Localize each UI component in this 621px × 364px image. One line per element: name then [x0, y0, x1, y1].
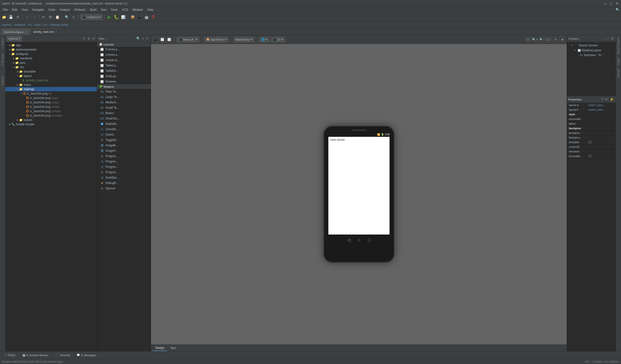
tree-item-drawable[interactable]: ▶ 📁 drawable: [5, 69, 97, 74]
tree-item-ic-hdpi[interactable]: 🖼 ic_launcher.png (hdpi): [5, 96, 97, 100]
tab-activity-main-xml[interactable]: activity_main.xml ✕: [30, 29, 60, 35]
palette-item-togglebutton[interactable]: ⊞ ToggleB...: [97, 137, 151, 143]
breadcrumb-main[interactable]: main: [35, 23, 41, 26]
menu-window[interactable]: Window: [130, 8, 145, 12]
tree-settings-icon[interactable]: ⚙: [87, 36, 91, 41]
properties-help-icon[interactable]: ?: [601, 97, 604, 102]
viewport-screen-btn[interactable]: 📱: [153, 37, 158, 43]
palette-item-button[interactable]: OK Button: [97, 111, 151, 116]
tree-sync-icon[interactable]: ⟳: [82, 36, 86, 41]
palette-item-progressbar3[interactable]: ⊟ Progres...: [97, 164, 151, 170]
side-label-maven[interactable]: Maven Projects: [617, 35, 620, 56]
tree-close-icon[interactable]: ✕: [92, 36, 95, 41]
tab-xml-close[interactable]: ✕: [55, 31, 57, 33]
prop-row-layout-width[interactable]: layout:w match_pare...: [567, 103, 616, 108]
palette-item-smalltext[interactable]: Ab Small Te...: [97, 105, 151, 111]
tab-mainactivity-close[interactable]: ✕: [25, 31, 27, 33]
component-textview[interactable]: Ab TextView - "H...": [567, 53, 616, 58]
tree-item-layout[interactable]: ▼ 📁 layout: [5, 74, 97, 78]
prop-row-background[interactable]: backgrou: [567, 126, 616, 131]
phone-back-btn[interactable]: ◁: [347, 237, 351, 243]
menu-run[interactable]: Run: [99, 8, 108, 12]
properties-undo-icon[interactable]: ↩: [604, 97, 608, 102]
android-selector[interactable]: Android ▾: [7, 36, 22, 42]
side-label-android[interactable]: Android: [617, 67, 620, 79]
zoom-out-btn[interactable]: 🔍-: [539, 37, 545, 43]
palette-item-progressbar4[interactable]: ⊟ Progres...: [97, 170, 151, 175]
design-tab-text[interactable]: Text: [167, 346, 179, 351]
palette-item-largetext[interactable]: Ab Large Te...: [97, 94, 151, 100]
palette-item-imageview[interactable]: 🖼 ImageV...: [97, 148, 151, 153]
api-selector[interactable]: 📱 21 ▾: [271, 37, 285, 43]
menu-file[interactable]: File: [1, 8, 10, 12]
bottom-tab-terminal[interactable]: ⬛ Terminal: [53, 352, 72, 358]
focusable-checkbox[interactable]: [588, 155, 591, 158]
palette-item-framelayout[interactable]: ⬜ FrameLa...: [97, 47, 151, 52]
tree-item-menu[interactable]: ▶ 📁 menu: [5, 83, 97, 87]
prop-row-layout-height[interactable]: layout:h match_pare...: [567, 108, 616, 112]
menu-edit[interactable]: Edit: [10, 8, 19, 12]
settings-btn[interactable]: 🤖: [143, 14, 149, 20]
menu-build[interactable]: Build: [88, 8, 99, 12]
avd-manager-btn[interactable]: 📱: [137, 14, 142, 20]
profile-btn[interactable]: 📊: [120, 14, 126, 20]
prop-row-elevation[interactable]: elevation: [567, 149, 616, 154]
paste-btn[interactable]: 📋: [54, 14, 60, 20]
breadcrumb-xiaomi2[interactable]: xiaomi2: [2, 23, 11, 26]
fit-window-btn[interactable]: ⊡: [525, 37, 531, 43]
bottom-tab-messages[interactable]: 💬 0: Messages: [74, 352, 99, 358]
menu-navigate[interactable]: Navigate: [30, 8, 46, 12]
breadcrumb-src[interactable]: src: [28, 23, 32, 26]
palette-search-icon[interactable]: 🔍: [136, 36, 141, 41]
clickable-checkbox[interactable]: [588, 141, 591, 144]
tree-item-xmllayout[interactable]: ▼ 📁 xmllayout: [5, 52, 97, 56]
viewport-landscape-btn[interactable]: ⬜: [166, 37, 172, 43]
tree-item-java[interactable]: ▶ 📁 java: [5, 61, 97, 65]
side-label-gradle[interactable]: Gradle: [617, 56, 620, 67]
tree-item-ic-xxhdpi[interactable]: 🖼 ic_launcher.png (xxhdpi): [5, 109, 97, 113]
palette-item-relativelayout[interactable]: ⬜ Relative: [97, 79, 151, 84]
device-selector[interactable]: 📱 Nexus 4 - ▾: [177, 37, 199, 43]
tree-item-gradle[interactable]: ▶ 🔧 Gradle Scripts: [5, 122, 97, 127]
prop-row-background2[interactable]: backgrou: [567, 131, 616, 135]
palette-item-tablerow[interactable]: ⬜ TableRo...: [97, 68, 151, 74]
menu-tools[interactable]: Tools: [109, 8, 120, 12]
sdk-manager-btn[interactable]: 📦: [130, 14, 136, 20]
phone-screen[interactable]: Hello World!: [328, 137, 390, 235]
cut-btn[interactable]: ✂: [41, 14, 47, 20]
tree-item-mipmap[interactable]: ▼ 📁 mipmap: [5, 87, 97, 91]
menu-view[interactable]: View: [19, 8, 30, 12]
palette-item-progressbar2[interactable]: ⊟ Progres...: [97, 159, 151, 164]
find-btn[interactable]: 🔍: [64, 14, 70, 20]
tab-mainactivity[interactable]: MainActivityjava ✕: [1, 29, 30, 35]
breadcrumb-res[interactable]: res: [44, 23, 47, 26]
refresh-btn[interactable]: ↺: [15, 14, 20, 20]
palette-item-switch[interactable]: ⊟ Switch: [97, 132, 151, 137]
palette-item-progressbar1[interactable]: ⊟ Progres...: [97, 153, 151, 159]
copy-btn[interactable]: ⧉: [48, 14, 53, 20]
menu-code[interactable]: Code: [46, 8, 57, 12]
run-btn[interactable]: ▶: [106, 14, 112, 20]
tree-item-res[interactable]: ▼ 📁 res: [5, 65, 97, 69]
save-btn[interactable]: 💾: [8, 14, 14, 20]
palette-item-smallbutton[interactable]: OK Small Bu...: [97, 116, 151, 121]
breadcrumb-mipmap[interactable]: mipmap-xxhdpi: [50, 23, 69, 26]
tree-item-values[interactable]: ▶ 📁 values: [5, 118, 97, 122]
tree-item-app[interactable]: ▶ 📁 app: [5, 43, 97, 47]
window-controls[interactable]: — □ ✕: [604, 1, 619, 5]
palette-item-ratingbar[interactable]: ★ RatingB...: [97, 180, 151, 186]
menu-help[interactable]: Help: [145, 8, 155, 12]
side-label-project[interactable]: 1: Project: [1, 36, 4, 50]
maximize-btn[interactable]: □: [609, 1, 613, 5]
palette-item-tablelayout[interactable]: ⬜ TableLa...: [97, 63, 151, 68]
palette-item-checkbox[interactable]: ☑ CheckB...: [97, 127, 151, 132]
close-btn[interactable]: ✕: [615, 1, 619, 5]
palette-section-widgets[interactable]: 🧩 Widgets: [97, 84, 151, 89]
back-btn[interactable]: ←: [24, 14, 30, 20]
palette-item-plaintextview[interactable]: Ab Plain Te...: [97, 89, 151, 94]
side-label-structure[interactable]: 2: Structure: [1, 51, 4, 68]
actual-size-btn[interactable]: 1:1: [546, 37, 552, 43]
tree-item-ic-xhdpi[interactable]: 🖼 ic_launcher.png (xhdpi): [5, 105, 97, 109]
palette-item-mediumtext[interactable]: Ab Medium...: [97, 100, 151, 105]
debug-btn[interactable]: 🐛: [113, 14, 119, 20]
